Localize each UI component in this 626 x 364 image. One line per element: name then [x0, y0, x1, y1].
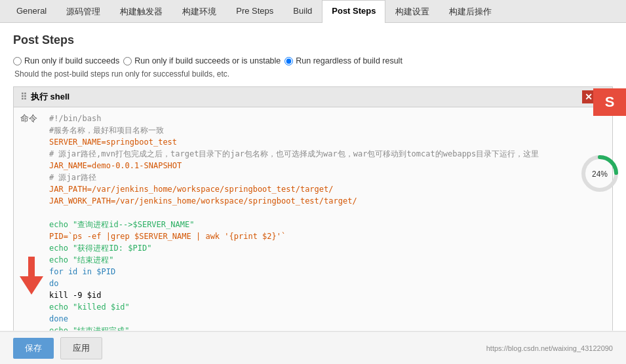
tab-presteps[interactable]: Pre Steps: [226, 0, 283, 23]
arrow-stem: [28, 257, 35, 276]
radio-run-unstable[interactable]: Run only if build succeeds or is unstabl…: [123, 56, 281, 65]
code-line: # 源jar路径,mvn打包完成之后，target目录下的jar包名称，也可选择…: [49, 148, 610, 160]
radio-success-input[interactable]: [13, 57, 22, 65]
page-title: Post Steps: [13, 33, 613, 47]
code-line: JAR_WORK_PATH=/var/jenkins_home/workspac…: [49, 195, 610, 207]
main-content: Post Steps Run only if build succeeds Ru…: [0, 23, 626, 331]
apply-button[interactable]: 应用: [60, 337, 102, 359]
code-line: kill -9 $id: [49, 289, 610, 301]
radio-run-always[interactable]: Run regardless of build result: [284, 56, 402, 65]
radio-always-input[interactable]: [284, 57, 293, 65]
tab-trigger[interactable]: 构建触发器: [110, 0, 172, 23]
code-line: JAR_PATH=/var/jenkins_home/workspace/spr…: [49, 183, 610, 195]
command-label: 命令: [14, 107, 47, 331]
shell-title: 执行 shell: [31, 91, 69, 103]
tab-env[interactable]: 构建环境: [172, 0, 226, 23]
tab-source[interactable]: 源码管理: [56, 0, 110, 23]
arrow-indicator: [20, 257, 43, 295]
arrow-down-icon: [20, 276, 43, 295]
drag-handle-icon[interactable]: ⠿: [20, 92, 27, 102]
save-button[interactable]: 保存: [13, 338, 54, 359]
code-line: JAR_NAME=demo-0.0.1-SNAPSHOT: [49, 160, 610, 172]
code-line: # 源jar路径: [49, 172, 610, 183]
tab-settings[interactable]: 构建设置: [385, 0, 439, 23]
code-line: #!/bin/bash: [49, 113, 610, 124]
shell-header-left: ⠿ 执行 shell: [20, 91, 69, 103]
tab-build[interactable]: Build: [283, 0, 322, 23]
tab-poststeps[interactable]: Post Steps: [322, 0, 385, 23]
code-line: PID=`ps -ef |grep $SERVER_NAME | awk '{p…: [49, 230, 610, 242]
code-line: echo "获得进程ID: $PID": [49, 242, 610, 254]
code-line: echo "结束进程": [49, 254, 610, 266]
code-content[interactable]: #!/bin/bash#服务名称，最好和项目名称一致SERVER_NAME=sp…: [47, 107, 612, 331]
code-line: echo "killed $id": [49, 301, 610, 313]
radio-always-label: Run regardless of build result: [296, 56, 402, 65]
radio-group: Run only if build succeeds Run only if b…: [13, 56, 613, 65]
radio-unstable-input[interactable]: [123, 57, 132, 65]
shell-block: ⠿ 执行 shell ✕ ? 命令 #!/bin/bash#服务名称，最好和项目…: [13, 86, 613, 331]
code-line: do: [49, 278, 610, 289]
code-line: echo "结束进程完成": [49, 325, 610, 331]
tab-postbuild[interactable]: 构建后操作: [439, 0, 501, 23]
code-line: [49, 207, 610, 219]
side-logo: S: [593, 88, 626, 116]
radio-run-success[interactable]: Run only if build succeeds: [13, 56, 119, 65]
code-line: #服务名称，最好和项目名称一致: [49, 124, 610, 136]
radio-hint: Should the post-build steps run only for…: [13, 69, 613, 79]
code-line: echo "查询进程id-->$SERVER_NAME": [49, 219, 610, 230]
code-line: SERVER_NAME=springboot_test: [49, 136, 610, 148]
command-area: 命令 #!/bin/bash#服务名称，最好和项目名称一致SERVER_NAME…: [14, 107, 612, 331]
radio-unstable-label: Run only if build succeeds or is unstabl…: [134, 56, 281, 65]
bottom-left: 保存 应用: [13, 337, 102, 359]
circle-progress: 24%: [580, 154, 619, 193]
url-display: https://blog.csdn.net/waixing_43122090: [486, 344, 613, 352]
shell-header: ⠿ 执行 shell ✕ ?: [14, 87, 612, 107]
tab-general[interactable]: General: [7, 0, 56, 23]
tab-bar: General 源码管理 构建触发器 构建环境 Pre Steps Build …: [0, 0, 626, 23]
code-line: done: [49, 313, 610, 325]
code-line: for id in $PID: [49, 266, 610, 278]
bottom-bar: 保存 应用 https://blog.csdn.net/waixing_4312…: [0, 331, 626, 364]
svg-text:24%: 24%: [592, 170, 608, 179]
radio-success-label: Run only if build succeeds: [24, 56, 119, 65]
